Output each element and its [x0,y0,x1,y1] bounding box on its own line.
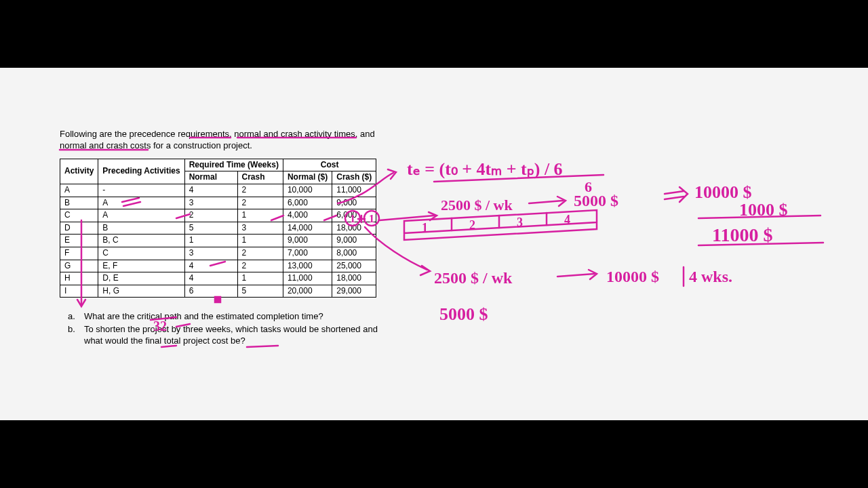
cell-act: C [60,209,98,222]
cell-cc: 25,000 [332,260,376,272]
col-crash-time: Crash [237,171,283,184]
cell-nc: 10,000 [283,184,332,197]
questions: a. What are the critical path and the es… [60,311,399,347]
cell-cc: 18,000 [332,272,376,285]
annot-to5000: 5000 $ [574,192,618,209]
col-crash-cost: Crash ($) [332,171,376,184]
cell-nc: 11,000 [283,272,332,285]
table-row: DB5314,00018,000 [60,222,376,235]
cell-ct: 5 [237,285,283,298]
cell-nt: 1 [184,235,237,247]
cell-ct: 1 [237,235,283,247]
cell-nt: 3 [184,197,237,209]
cell-nc: 9,000 [283,235,332,247]
table-row: CA214,0006,000 [60,209,376,222]
cell-act: H [60,272,98,285]
cell-ct: 2 [237,260,283,272]
problem-content: Following are the precedence requirement… [60,129,399,348]
cell-pre: B, C [98,235,184,247]
table-row: EB, C119,0009,000 [60,235,376,247]
intro-line1: Following are the precedence requirement… [60,129,375,139]
cell-act: F [60,247,98,260]
cell-nt: 4 [184,260,237,272]
cell-nt: 3 [184,247,237,260]
cell-act: A [60,184,98,197]
cell-act: D [60,222,98,235]
cell-pre: H, G [98,285,184,298]
cell-cc: 6,000 [332,209,376,222]
question-a: a. What are the critical path and the es… [60,311,399,323]
table-row: A-4210,00011,000 [60,184,376,197]
cell-pre: D, E [98,272,184,285]
annot-5000: 5000 $ [439,304,488,324]
svg-text:6: 6 [585,178,592,195]
cell-act: B [60,197,98,209]
qa-label: a. [68,311,84,323]
cell-nc: 4,000 [283,209,332,222]
table-row: IH, G6520,00029,000 [60,285,376,298]
activity-table: Activity Preceding Activities Required T… [60,159,376,298]
col-normal-cost: Normal ($) [283,171,332,184]
cell-cc: 9,000 [332,235,376,247]
cell-ct: 3 [237,222,283,235]
cell-nc: 7,000 [283,247,332,260]
table-row: BA326,0009,000 [60,197,376,209]
cell-pre: A [98,209,184,222]
annot-1000: 1000 $ [739,200,788,220]
cell-pre: E, F [98,260,184,272]
cell-pre: - [98,184,184,197]
cell-pre: B [98,222,184,235]
table-row: HD, E4111,00018,000 [60,272,376,285]
annot-10000b: 10000 $ [606,268,659,285]
cell-act: E [60,235,98,247]
cell-act: I [60,285,98,298]
box2: 2 [469,218,475,232]
cell-cc: 18,000 [332,222,376,235]
cell-ct: 1 [237,272,283,285]
annot-formula: tₑ = (t₀ + 4tₘ + tₚ) / 6 [407,159,563,179]
cell-nt: 6 [184,285,237,298]
cell-nt: 4 [184,272,237,285]
cell-nc: 13,000 [283,260,332,272]
qa-text: What are the critical path and the estim… [84,311,399,323]
annot-rate1: 2500 $ / wk [441,197,513,214]
qb-label: b. [68,324,84,347]
cell-nt: 5 [184,222,237,235]
intro-line2: normal and crash costs for a constructio… [60,140,252,150]
cell-cc: 29,000 [332,285,376,298]
annot-11000: 11000 $ [712,224,772,245]
cell-cc: 8,000 [332,247,376,260]
col-cost: Cost [283,159,376,171]
table-row: GE, F4213,00025,000 [60,260,376,272]
cell-act: G [60,260,98,272]
question-b: b. To shorten the project by three weeks… [60,324,399,347]
col-preceding: Preceding Activities [98,159,184,184]
box3: 3 [517,216,523,229]
annot-4wks: 4 wks. [689,268,732,285]
cell-ct: 2 [237,197,283,209]
cell-pre: A [98,197,184,209]
cell-ct: 2 [237,247,283,260]
cell-cc: 9,000 [332,197,376,209]
cell-nt: 4 [184,184,237,197]
cell-nc: 6,000 [283,197,332,209]
cell-ct: 2 [237,184,283,197]
cell-nt: 2 [184,209,237,222]
cell-ct: 1 [237,209,283,222]
table-row: FC327,0008,000 [60,247,376,260]
col-normal-time: Normal [184,171,237,184]
col-required: Required Time (Weeks) [184,159,283,171]
cell-pre: C [98,247,184,260]
slide-whiteboard: Following are the precedence requirement… [0,68,868,420]
cell-nc: 14,000 [283,222,332,235]
qb-text: To shorten the project by three weeks, w… [84,324,399,347]
header-row-1: Activity Preceding Activities Required T… [60,159,376,171]
box4: 4 [564,213,570,226]
cell-cc: 11,000 [332,184,376,197]
annot-rate2: 2500 $ / wk [434,269,513,287]
cell-nc: 20,000 [283,285,332,298]
col-activity: Activity [60,159,98,184]
annot-10000: 10000 $ [694,182,752,202]
intro-text: Following are the precedence requirement… [60,129,399,152]
box1: 1 [422,221,428,235]
